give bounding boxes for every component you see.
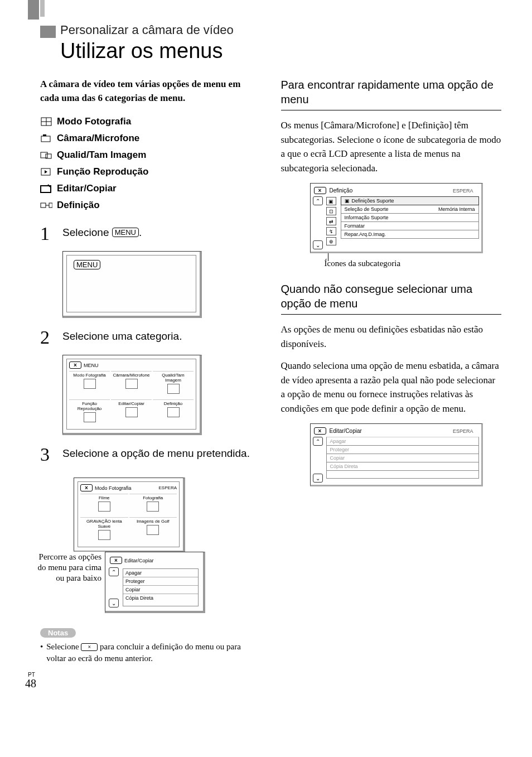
step-text-pre: Selecione [62,226,112,238]
settings-icon [40,200,52,210]
category-item: Função Reprodução [40,166,261,177]
crop-mark-2 [40,0,45,17]
svg-marker-8 [45,170,47,173]
scroll-note: Percorre as opções do menu para cima ou … [35,552,101,583]
close-icon: × [314,187,326,194]
tile-icon [84,379,96,389]
illustration-categories: × MENU Modo Fotografia Câmara/Microfone … [62,355,202,435]
settings-header: ▣ Definições Suporte [341,196,479,205]
mode-tile: GRAVAÇÃO lenta Suave [80,517,128,544]
bullet-dot: • [40,641,43,664]
grid-icon [40,117,52,127]
subcat-icon: ⊡ [326,207,336,215]
settings-row-disabled: Copiar [326,454,479,462]
settings-row-empty [326,471,479,479]
step-number: 1 [40,224,62,243]
svg-rect-10 [41,203,46,208]
subheading-noselect: Quando não consegue selecionar uma opção… [281,282,502,315]
subcategory-icons: ▣ ⊡ ⇄ ↯ ⊕ [326,196,338,249]
illustration-grayed: × Editar/Copiar ESPERA ⌃ ⌄ Apagar Proteg… [310,423,483,486]
arrow-up-icon: ⌃ [313,437,323,446]
tile-icon [167,384,180,394]
close-button-graphic: × [81,643,98,651]
mode-tile: Imagens de Golf [129,517,177,544]
illustration-editar: × Editar/Copiar ⌃ ⌄ Apagar Prot [105,552,205,613]
subheading-find: Para encontrar rapidamente uma opção de … [281,78,502,110]
category-label: Qualid/Tam Imagem [57,150,146,161]
tile-icon [125,379,138,389]
close-icon: × [314,427,326,435]
page-number: 48 [25,677,36,690]
tile-icon [167,407,180,417]
arrow-down-icon: ⌄ [109,599,119,607]
illustration-menu: MENU [62,251,202,318]
section-marker [40,26,56,38]
category-label: Câmara/Microfone [57,133,139,144]
playback-icon [40,167,52,177]
notes-label: Notas [40,628,76,638]
page-content: Personalizar a câmara de vídeo Utilizar … [0,0,532,670]
category-label: Definição [57,200,100,211]
lcd-title: Editar/Copiar [124,558,154,563]
settings-row: Informação Suporte [341,214,479,222]
image-quality-icon [40,150,52,160]
subcat-icon: ▣ [326,197,336,205]
settings-row: Repar.Arq.D.Imag. [341,230,479,239]
arrow-up-icon: ⌃ [313,196,323,205]
paragraph: Os menus [Câmara/Microfone] e [Definição… [281,118,502,175]
step-1: 1 Selecione MENU. [40,224,261,243]
camera-mic-icon [40,133,52,143]
step-text-post: . [139,226,142,238]
step-number: 2 [40,328,62,347]
svg-rect-12 [49,203,52,208]
category-item: Qualid/Tam Imagem [40,150,261,161]
section-header: Personalizar a câmara de vídeo [40,22,501,38]
category-label: Editar/Copiar [57,183,117,194]
list-item: Cópia Direta [123,594,198,602]
arrow-up-icon: ⌃ [109,567,119,576]
arrow-down-icon: ⌄ [313,474,323,483]
left-column: A câmara de vídeo tem várias opções de m… [40,78,261,664]
lcd-title: Modo Fotografia [95,485,157,491]
tile-icon [147,525,159,535]
card-icon: ▣ [345,198,350,204]
menu-button-graphic: MENU [74,260,100,269]
category-item: Editar/Copiar [40,183,261,194]
note-bullet: • Selecione × para concluir a definição … [40,641,261,664]
arrow-down-icon: ⌄ [313,240,323,249]
tile-icon [98,530,110,540]
list-item: Copiar [123,586,198,594]
paragraph: Quando seleciona uma opção de menu esbat… [281,359,502,416]
illustration-modo: × Modo Fotografia ESPERA Filme Fotografi… [74,478,185,552]
settings-row: Seleção de Suporte Memória Interna [341,205,479,214]
tile-icon [147,502,159,512]
category-tile: Função Reprodução [69,399,110,427]
step-number: 3 [40,445,62,464]
step-text: Selecione uma categoria. [62,328,261,347]
subcat-icon: ↯ [326,227,336,235]
paragraph: As opções de menu ou definições esbatida… [281,322,502,351]
category-label: Função Reprodução [57,166,148,177]
category-item: Definição [40,200,261,211]
lcd-status: ESPERA [159,485,177,490]
step-3: 3 Selecione a opção de menu pretendida. [40,445,261,464]
close-icon: × [80,484,93,491]
svg-rect-4 [43,134,46,136]
category-label: Modo Fotografia [57,116,131,127]
intro-text: A câmara de vídeo tem várias opções de m… [40,78,261,105]
close-icon: × [69,361,81,369]
tile-icon [125,407,138,417]
menu-button-graphic: MENU [112,228,139,237]
step-2: 2 Selecione uma categoria. [40,328,261,347]
illustration-caption: Ícones da subcategoria [325,259,502,268]
lcd-status: ESPERA [453,188,473,194]
step-text: Selecione MENU. [62,224,261,243]
section-title: Personalizar a câmara de vídeo [60,23,234,37]
lcd-title: Editar/Copiar [330,428,449,434]
subcat-icon: ⇄ [326,217,336,225]
edit-copy-icon [40,184,52,194]
lcd-status: ESPERA [453,428,473,434]
mode-tile: Filme [80,494,128,516]
lcd-title: MENU [84,363,99,368]
category-tile: Modo Fotografia [69,371,110,398]
